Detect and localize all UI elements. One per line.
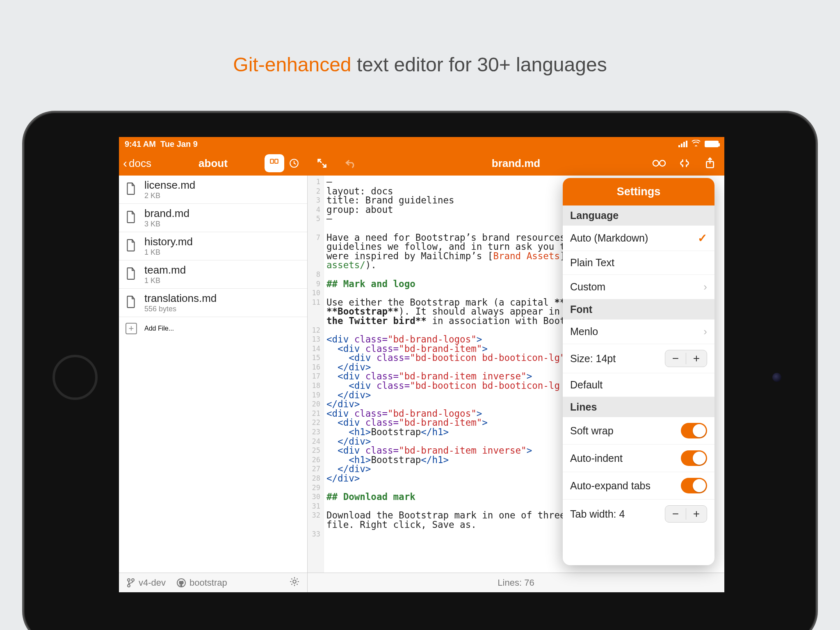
file-row[interactable]: team.md 1 KB bbox=[119, 260, 307, 289]
back-button[interactable]: docs bbox=[129, 157, 151, 170]
camera-dot bbox=[772, 373, 781, 382]
files-view-button[interactable] bbox=[265, 154, 284, 172]
share-icon[interactable] bbox=[703, 156, 717, 170]
file-icon bbox=[126, 267, 137, 282]
file-name: brand.md bbox=[144, 207, 189, 220]
file-name: history.md bbox=[144, 235, 193, 248]
soft-wrap-toggle[interactable] bbox=[681, 423, 707, 438]
status-bar: 9:41 AM Tue Jan 9 bbox=[119, 137, 724, 151]
tab-width-stepper: − + bbox=[665, 505, 707, 523]
checkmark-icon: ✓ bbox=[698, 231, 707, 245]
svg-rect-0 bbox=[270, 159, 274, 163]
soft-wrap-row: Soft wrap bbox=[563, 417, 714, 445]
file-row[interactable]: brand.md 3 KB bbox=[119, 204, 307, 232]
settings-title: Settings bbox=[563, 178, 714, 205]
branch-button[interactable]: v4-dev bbox=[126, 578, 166, 588]
back-chevron-icon[interactable]: ‹ bbox=[123, 156, 127, 170]
section-language: Language bbox=[563, 205, 714, 226]
stepper-plus[interactable]: + bbox=[686, 506, 707, 522]
file-row[interactable]: translations.md 556 bytes bbox=[119, 289, 307, 317]
stepper-plus[interactable]: + bbox=[686, 350, 707, 367]
section-lines: Lines bbox=[563, 397, 714, 417]
wifi-icon bbox=[692, 140, 701, 148]
repo-label: bootstrap bbox=[189, 578, 227, 588]
file-row[interactable]: history.md 1 KB bbox=[119, 232, 307, 260]
svg-rect-1 bbox=[275, 159, 278, 163]
plus-icon: + bbox=[126, 323, 137, 334]
sidebar-title: about bbox=[199, 157, 228, 170]
font-name-row[interactable]: Menlo › bbox=[563, 320, 714, 344]
file-name: translations.md bbox=[144, 292, 217, 305]
stepper-minus[interactable]: − bbox=[665, 506, 686, 522]
svg-point-8 bbox=[132, 579, 134, 581]
lines-count: Lines: 76 bbox=[498, 578, 534, 588]
status-date: Tue Jan 9 bbox=[160, 139, 198, 148]
font-size-stepper: − + bbox=[665, 350, 707, 367]
file-size: 3 KB bbox=[144, 220, 189, 228]
svg-point-7 bbox=[128, 584, 130, 587]
editor-title: brand.md bbox=[492, 157, 540, 170]
font-size-row: Size: 14pt − + bbox=[563, 344, 714, 373]
settings-popover: Settings Language Auto (Markdown) ✓ Plai… bbox=[563, 178, 714, 565]
file-size: 556 bytes bbox=[144, 305, 217, 313]
auto-expand-toggle[interactable] bbox=[681, 478, 707, 493]
language-custom-row[interactable]: Custom › bbox=[563, 275, 714, 299]
status-time: 9:41 AM bbox=[125, 139, 156, 148]
tab-width-row: Tab width: 4 − + bbox=[563, 500, 714, 528]
battery-icon bbox=[705, 141, 719, 147]
file-size: 2 KB bbox=[144, 192, 195, 200]
auto-indent-toggle[interactable] bbox=[681, 450, 707, 466]
file-icon bbox=[126, 182, 137, 197]
language-plain-row[interactable]: Plain Text bbox=[563, 251, 714, 275]
chevron-right-icon: › bbox=[703, 281, 707, 293]
undo-icon[interactable] bbox=[344, 156, 358, 170]
svg-point-6 bbox=[128, 579, 130, 581]
file-size: 1 KB bbox=[144, 248, 193, 257]
add-file-button[interactable]: + Add File... bbox=[119, 317, 307, 340]
file-row[interactable]: license.md 2 KB bbox=[119, 176, 307, 204]
stepper-minus[interactable]: − bbox=[665, 350, 686, 367]
chevron-right-icon: › bbox=[703, 325, 707, 338]
preview-icon[interactable] bbox=[652, 156, 666, 170]
file-size: 1 KB bbox=[144, 276, 186, 285]
marketing-headline: Git-enhanced text editor for 30+ languag… bbox=[0, 53, 840, 76]
svg-point-10 bbox=[293, 580, 296, 583]
auto-expand-row: Auto-expand tabs bbox=[563, 472, 714, 500]
line-gutter: 1234578910111213141516171819202122232425… bbox=[308, 176, 324, 573]
history-view-button[interactable] bbox=[284, 154, 304, 172]
settings-icon[interactable] bbox=[678, 156, 692, 170]
signal-icon bbox=[678, 141, 687, 147]
gear-icon[interactable] bbox=[289, 576, 300, 589]
language-auto-row[interactable]: Auto (Markdown) ✓ bbox=[563, 226, 714, 251]
view-mode-segment bbox=[265, 154, 304, 172]
font-default-row[interactable]: Default bbox=[563, 373, 714, 397]
file-name: team.md bbox=[144, 264, 186, 276]
branch-icon bbox=[126, 578, 135, 588]
file-name: license.md bbox=[144, 179, 195, 192]
file-sidebar: license.md 2 KB brand.md 3 KB history.md… bbox=[119, 176, 308, 573]
repo-button[interactable]: bootstrap bbox=[176, 578, 227, 588]
fullscreen-icon[interactable] bbox=[315, 156, 329, 170]
add-file-label: Add File... bbox=[144, 325, 174, 332]
auto-indent-row: Auto-indent bbox=[563, 445, 714, 472]
ipad-frame: 9:41 AM Tue Jan 9 ‹ docs about bbox=[22, 111, 818, 630]
screen: 9:41 AM Tue Jan 9 ‹ docs about bbox=[119, 137, 724, 592]
section-font: Font bbox=[563, 299, 714, 320]
bottom-bar: v4-dev bootstrap Lines: 76 bbox=[119, 573, 724, 592]
file-icon bbox=[126, 239, 137, 253]
svg-point-3 bbox=[653, 160, 659, 166]
github-icon bbox=[176, 578, 186, 588]
toolbar: ‹ docs about bbox=[119, 151, 724, 176]
headline-rest: text editor for 30+ languages bbox=[352, 54, 607, 75]
headline-highlight: Git-enhanced bbox=[233, 54, 351, 75]
file-icon bbox=[126, 210, 137, 225]
branch-label: v4-dev bbox=[139, 578, 166, 588]
home-button[interactable] bbox=[52, 355, 98, 400]
file-icon bbox=[126, 295, 137, 310]
svg-point-4 bbox=[660, 160, 665, 166]
